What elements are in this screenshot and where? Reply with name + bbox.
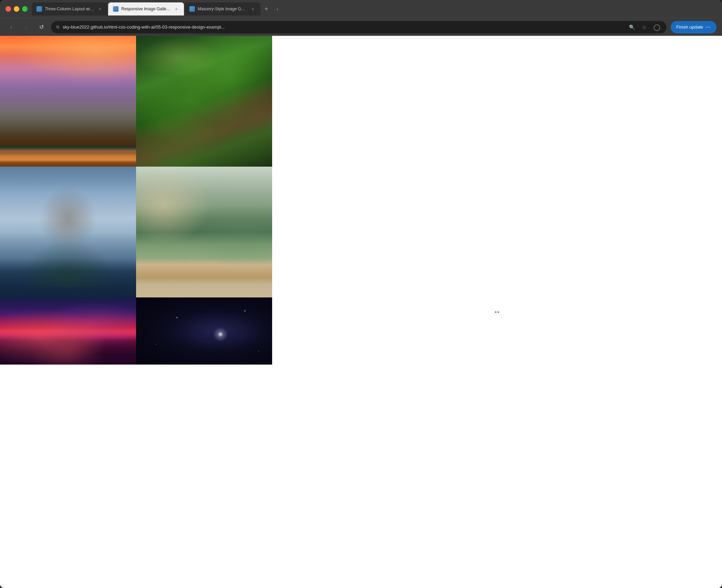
tab-3-title: Masonry-Style Image Gallery [198,7,247,11]
image-mountains [0,36,136,167]
image-clouds-pink [0,297,136,365]
profile-icon[interactable]: ◯ [652,22,662,32]
forward-button[interactable]: › [21,22,32,33]
address-bar: ‹ › ↺ ⚙ sky-blue2022.github.io/html-css-… [0,18,722,36]
tab-1-favicon [37,6,42,12]
secure-icon: ⚙ [56,24,60,30]
tab-3[interactable]: Masonry-Style Image Gallery ✕ [185,2,260,15]
tabs-overflow-arrow[interactable]: › [272,4,282,14]
minimize-button[interactable] [14,6,19,12]
url-actions: 🔍 ☆ ◯ [627,22,662,32]
url-bar[interactable]: ⚙ sky-blue2022.github.io/html-css-coding… [51,21,667,33]
tabs-bar: Three-Column Layout with C… ✕ Responsive… [32,2,716,15]
right-panel: ↔ [272,36,722,588]
bookmark-icon[interactable]: ☆ [640,22,649,32]
reload-button[interactable]: ↺ [36,22,47,33]
tab-2-title: Responsive Image Gallery wi… [121,7,171,11]
tab-1-title: Three-Column Layout with C… [45,7,94,11]
reload-icon: ↺ [39,24,44,30]
tab-3-close[interactable]: ✕ [250,6,256,12]
image-space [136,297,272,365]
gallery-item-hawk[interactable] [0,167,136,297]
tab-2-favicon [113,6,118,12]
page-content: ↔ [0,36,722,588]
browser-window: Three-Column Layout with C… ✕ Responsive… [0,0,722,588]
gallery-container [0,36,272,588]
tab-2-close[interactable]: ✕ [174,6,179,12]
finish-update-button[interactable]: Finish update ⋯ [671,21,716,33]
traffic-lights [6,6,28,12]
url-text: sky-blue2022.github.io/html-css-coding-w… [63,24,625,30]
new-tab-button[interactable]: + [261,4,271,14]
gallery-item-clouds[interactable] [0,297,136,365]
forward-icon: › [25,24,27,30]
close-button[interactable] [6,6,11,12]
gallery-item-space[interactable] [136,297,272,365]
back-icon: ‹ [10,24,12,30]
resize-cursor-icon: ↔ [493,307,501,316]
tab-3-favicon [189,6,195,12]
gallery-grid [0,36,272,365]
tab-1-close[interactable]: ✕ [97,6,103,12]
tab-1[interactable]: Three-Column Layout with C… ✕ [32,2,107,15]
tab-2[interactable]: Responsive Image Gallery wi… ✕ [108,2,184,15]
image-vegetables [136,36,272,167]
maximize-button[interactable] [22,6,28,12]
gallery-item-mountains[interactable] [0,36,136,167]
gallery-item-vegetables[interactable] [136,36,272,167]
back-button[interactable]: ‹ [6,22,17,33]
finish-update-dots: ⋯ [705,24,711,30]
finish-update-label: Finish update [676,24,703,30]
image-hawk [0,167,136,297]
gallery-item-cafe[interactable] [136,167,272,297]
image-cafe [136,167,272,297]
search-icon[interactable]: 🔍 [627,22,637,32]
title-bar: Three-Column Layout with C… ✕ Responsive… [0,0,722,18]
